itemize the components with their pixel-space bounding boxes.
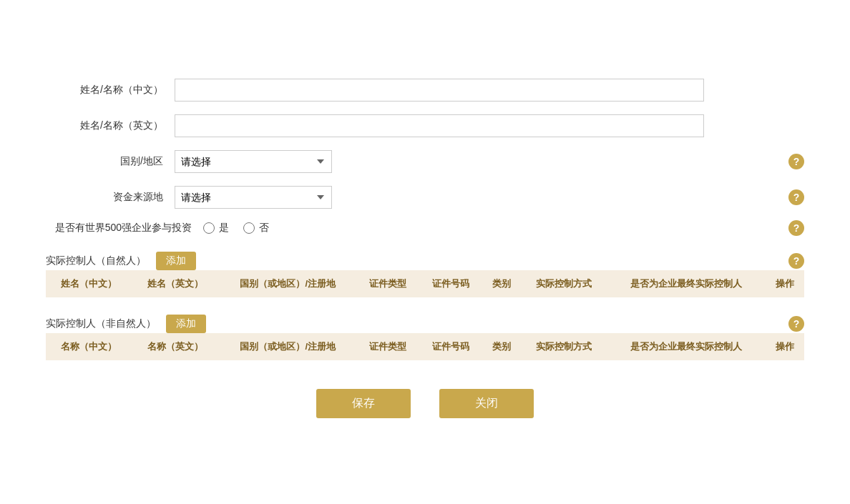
close-button[interactable]: 关闭 (439, 389, 534, 418)
section1-col-category: 类别 (482, 270, 521, 297)
section1-block: 实际控制人（自然人） 添加 ? 姓名（中文） 姓名（英文） 国别（或地区）/注册… (46, 252, 804, 297)
section1-col-cert-type: 证件类型 (357, 270, 420, 297)
section2-col-is-final: 是否为企业最终实际控制人 (607, 333, 766, 360)
fortune500-row: 是否有世界500强企业参与投资 是 否 ? (46, 222, 804, 234)
section2-col-control-method: 实际控制方式 (521, 333, 607, 360)
section2-col-name-cn: 名称（中文） (46, 333, 132, 360)
section2-col-country: 国别（或地区）/注册地 (219, 333, 357, 360)
name-en-row: 姓名/名称（英文） (46, 114, 804, 137)
section2-col-cert-no: 证件号码 (419, 333, 482, 360)
section1-col-cert-no: 证件号码 (419, 270, 482, 297)
radio-yes-label: 是 (219, 222, 229, 234)
bottom-buttons: 保存 关闭 (46, 389, 804, 418)
section1-table: 姓名（中文） 姓名（英文） 国别（或地区）/注册地 证件类型 证件号码 类别 实… (46, 270, 804, 297)
section1-col-control-method: 实际控制方式 (521, 270, 607, 297)
name-cn-label: 姓名/名称（中文） (46, 84, 175, 97)
name-en-input[interactable] (175, 114, 704, 137)
section1-table-wrapper: 姓名（中文） 姓名（英文） 国别（或地区）/注册地 证件类型 证件号码 类别 实… (46, 270, 804, 297)
name-cn-row: 姓名/名称（中文） (46, 79, 804, 102)
section2-block: 实际控制人（非自然人） 添加 ? 名称（中文） 名称（英文） 国别（或地区）/注… (46, 315, 804, 360)
section1-title: 实际控制人（自然人） (46, 255, 146, 267)
radio-no-item[interactable]: 否 (243, 222, 269, 234)
section2-col-name-en: 名称（英文） (132, 333, 219, 360)
section2-add-button[interactable]: 添加 (166, 315, 206, 333)
country-select[interactable]: 请选择 (175, 150, 332, 173)
radio-yes-input[interactable] (203, 222, 215, 234)
radio-yes-item[interactable]: 是 (203, 222, 229, 234)
name-en-label: 姓名/名称（英文） (46, 119, 175, 132)
section2-col-operation: 操作 (766, 333, 804, 360)
section1-header: 实际控制人（自然人） 添加 ? (46, 252, 804, 270)
section1-col-is-final: 是否为企业最终实际控制人 (607, 270, 766, 297)
page-container: 姓名/名称（中文） 姓名/名称（英文） 国别/地区 请选择 ? 资金来源地 请选… (31, 57, 819, 447)
radio-no-label: 否 (259, 222, 269, 234)
section1-col-operation: 操作 (766, 270, 804, 297)
section2-help-icon[interactable]: ? (788, 316, 804, 332)
fortune500-help-icon[interactable]: ? (788, 220, 804, 236)
fund-source-help-icon[interactable]: ? (788, 189, 804, 205)
section1-col-country: 国别（或地区）/注册地 (219, 270, 357, 297)
fund-source-label: 资金来源地 (46, 191, 175, 204)
fortune500-radio-group: 是 否 (203, 222, 269, 234)
fund-source-row: 资金来源地 请选择 ? (46, 186, 804, 209)
section1-add-button[interactable]: 添加 (156, 252, 196, 270)
fortune500-label: 是否有世界500强企业参与投资 (46, 222, 203, 234)
section1-header-row: 姓名（中文） 姓名（英文） 国别（或地区）/注册地 证件类型 证件号码 类别 实… (46, 270, 804, 297)
section2-header-row: 名称（中文） 名称（英文） 国别（或地区）/注册地 证件类型 证件号码 类别 实… (46, 333, 804, 360)
section2-table: 名称（中文） 名称（英文） 国别（或地区）/注册地 证件类型 证件号码 类别 实… (46, 333, 804, 360)
save-button[interactable]: 保存 (316, 389, 411, 418)
country-row: 国别/地区 请选择 ? (46, 150, 804, 173)
section1-help-icon[interactable]: ? (788, 253, 804, 269)
fund-source-select[interactable]: 请选择 (175, 186, 332, 209)
country-help-icon[interactable]: ? (788, 154, 804, 169)
radio-no-input[interactable] (243, 222, 255, 234)
section1-col-name-cn: 姓名（中文） (46, 270, 132, 297)
section2-table-wrapper: 名称（中文） 名称（英文） 国别（或地区）/注册地 证件类型 证件号码 类别 实… (46, 333, 804, 360)
section2-col-cert-type: 证件类型 (357, 333, 420, 360)
country-label: 国别/地区 (46, 155, 175, 168)
section2-title: 实际控制人（非自然人） (46, 317, 156, 330)
name-cn-input[interactable] (175, 79, 704, 102)
section2-header: 实际控制人（非自然人） 添加 ? (46, 315, 804, 333)
section2-col-category: 类别 (482, 333, 521, 360)
section1-col-name-en: 姓名（英文） (132, 270, 219, 297)
